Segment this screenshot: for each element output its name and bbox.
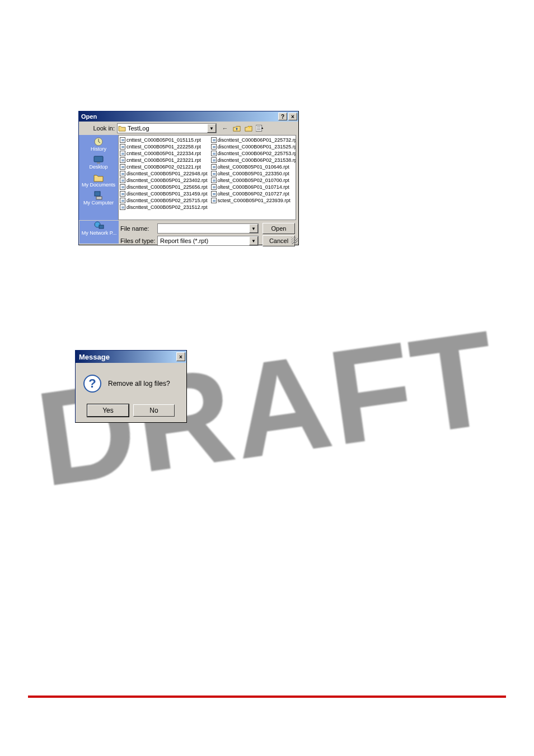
- file-item[interactable]: sctest_C000B05P01_223939.rpt: [211, 197, 296, 204]
- file-name: oltest_C000B06P01_010714.rpt: [218, 184, 289, 190]
- filename-dropdown[interactable]: ▼: [249, 224, 258, 233]
- cancel-button[interactable]: Cancel: [263, 235, 295, 246]
- report-file-icon: [120, 171, 125, 176]
- message-text: Remove all log files?: [108, 380, 170, 388]
- back-button[interactable]: ←: [220, 123, 230, 133]
- file-list-pane[interactable]: cnttest_C000B05P01_015115.rptcnttest_C00…: [118, 135, 296, 220]
- file-name: cnttest_C000B05P01_222258.rpt: [127, 143, 201, 150]
- file-item[interactable]: cnttest_C000B05P01_222258.rpt: [120, 143, 208, 150]
- file-name: oltest_C000B05P01_010646.rpt: [218, 164, 289, 170]
- lookin-value: TestLog: [127, 125, 207, 132]
- places-desktop-label: Desktop: [89, 165, 107, 170]
- help-button[interactable]: ?: [278, 113, 287, 120]
- file-item[interactable]: discnttest_C000B05P01_225656.rpt: [120, 184, 208, 190]
- places-mydocuments-label: My Documents: [82, 183, 115, 188]
- footer-divider: [28, 696, 506, 698]
- file-name: discnttest_C000B05P02_225715.rpt: [127, 197, 208, 204]
- message-dialog-titlebar[interactable]: Message ×: [76, 351, 186, 363]
- file-name: discnttest_C000B06P02_225753.rpt: [218, 150, 296, 157]
- places-bar-ext: My Network P...: [79, 221, 119, 244]
- mydocuments-icon: [92, 172, 105, 183]
- file-name: discnttest_C000B06P01_231525.rpt: [218, 143, 296, 150]
- report-file-icon: [211, 164, 217, 170]
- new-folder-button[interactable]: [243, 123, 254, 133]
- report-file-icon: [120, 157, 125, 163]
- file-item[interactable]: discnttest_C000B06P02_231538.rpt: [211, 157, 296, 164]
- desktop-icon: [92, 155, 105, 165]
- report-file-icon: [120, 164, 125, 170]
- filename-input[interactable]: [157, 223, 259, 234]
- places-history-label: History: [91, 147, 106, 152]
- file-item[interactable]: discnttest_C000B06P01_225732.rpt: [211, 137, 296, 143]
- file-item[interactable]: discnttest_C000B05P01_222948.rpt: [120, 170, 208, 177]
- places-history[interactable]: History: [79, 136, 118, 154]
- open-dialog-title: Open: [81, 113, 97, 120]
- file-item[interactable]: cnttest_C000B05P01_222334.rpt: [120, 150, 208, 157]
- filetype-dropdown[interactable]: ▼: [249, 236, 258, 245]
- file-item[interactable]: oltest_C000B05P01_010646.rpt: [211, 164, 296, 170]
- file-name: discnttest_C000B05P02_231512.rpt: [127, 204, 208, 211]
- file-item[interactable]: cnttest_C000B05P01_223221.rpt: [120, 157, 208, 164]
- places-mynetwork-label: My Network P...: [82, 231, 116, 236]
- places-desktop[interactable]: Desktop: [79, 154, 118, 172]
- file-item[interactable]: cnttest_C000B05P01_015115.rpt: [120, 137, 208, 143]
- report-file-icon: [120, 198, 125, 203]
- report-file-icon: [211, 198, 217, 203]
- report-file-icon: [120, 184, 125, 190]
- report-file-icon: [120, 151, 125, 156]
- file-item[interactable]: cnttest_C000B06P02_021221.rpt: [120, 164, 208, 170]
- svg-rect-7: [95, 192, 100, 196]
- file-name: oltest_C000B05P02_010700.rpt: [218, 177, 289, 184]
- places-mynetwork[interactable]: My Network P...: [79, 221, 119, 238]
- report-file-icon: [211, 151, 217, 156]
- mynetwork-icon: [93, 221, 105, 231]
- open-dialog-titlebar[interactable]: Open ? ×: [79, 111, 298, 122]
- close-button[interactable]: ×: [288, 113, 297, 120]
- resize-grip[interactable]: [291, 237, 298, 244]
- places-mycomputer[interactable]: My Computer: [79, 190, 118, 208]
- up-one-level-button[interactable]: [232, 123, 242, 133]
- file-item[interactable]: oltest_C000B05P01_223350.rpt: [211, 170, 296, 177]
- file-name: discnttest_C000B06P01_225732.rpt: [218, 137, 296, 143]
- file-name: cnttest_C000B05P01_015115.rpt: [127, 137, 201, 143]
- report-file-icon: [211, 171, 217, 176]
- file-item[interactable]: discnttest_C000B05P02_231512.rpt: [120, 204, 208, 211]
- report-file-icon: [211, 157, 217, 163]
- report-file-icon: [120, 191, 125, 197]
- svg-rect-6: [97, 162, 100, 164]
- open-file-dialog: Open ? × Look in: TestLog ▼ ←: [78, 111, 299, 245]
- file-name: discnttest_C000B06P02_231538.rpt: [218, 157, 296, 164]
- question-icon: ?: [83, 375, 101, 393]
- file-item[interactable]: discnttest_C000B06P02_225753.rpt: [211, 150, 296, 157]
- message-dialog: Message × ? Remove all log files? Yes No: [75, 350, 187, 423]
- lookin-dropdown-button[interactable]: ▼: [207, 124, 216, 133]
- file-item[interactable]: discnttest_C000B05P01_223402.rpt: [120, 177, 208, 184]
- lookin-combo[interactable]: TestLog ▼: [117, 123, 217, 133]
- file-name: cnttest_C000B06P02_021221.rpt: [127, 164, 201, 170]
- file-item[interactable]: discnttest_C000B05P01_231459.rpt: [120, 190, 208, 197]
- history-icon: [92, 137, 105, 147]
- file-item[interactable]: discnttest_C000B05P02_225715.rpt: [120, 197, 208, 204]
- filetype-combo[interactable]: Report files (*.rpt): [157, 236, 259, 246]
- svg-rect-5: [94, 156, 103, 162]
- places-bar: History Desktop My Documents My Computer: [79, 135, 118, 220]
- report-file-icon: [120, 178, 125, 183]
- open-button[interactable]: Open: [263, 223, 295, 234]
- file-item[interactable]: discnttest_C000B06P01_231525.rpt: [211, 143, 296, 150]
- lookin-label: Look in:: [79, 125, 117, 132]
- places-mydocuments[interactable]: My Documents: [79, 172, 118, 190]
- file-name: oltest_C000B06P02_010727.rpt: [218, 190, 289, 197]
- file-item[interactable]: oltest_C000B06P02_010727.rpt: [211, 190, 296, 197]
- report-file-icon: [211, 137, 217, 143]
- file-item[interactable]: oltest_C000B06P01_010714.rpt: [211, 184, 296, 190]
- folder-icon: [118, 124, 127, 132]
- views-button[interactable]: [255, 123, 265, 133]
- no-button[interactable]: No: [133, 404, 175, 417]
- file-name: cnttest_C000B05P01_223221.rpt: [127, 157, 201, 164]
- file-item[interactable]: oltest_C000B05P02_010700.rpt: [211, 177, 296, 184]
- svg-rect-10: [99, 225, 104, 228]
- file-name: sctest_C000B05P01_223939.rpt: [218, 197, 291, 204]
- yes-button[interactable]: Yes: [87, 404, 129, 417]
- message-close-button[interactable]: ×: [176, 352, 185, 361]
- report-file-icon: [120, 137, 125, 143]
